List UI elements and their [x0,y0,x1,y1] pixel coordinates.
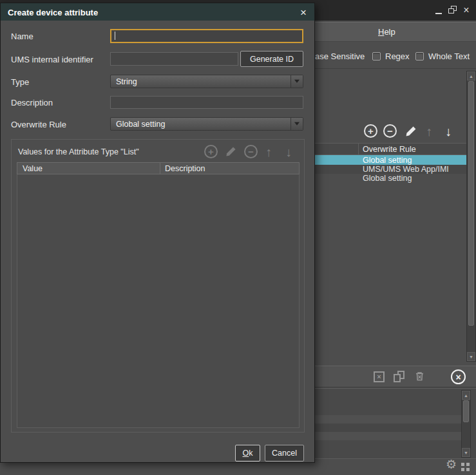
move-up-button: ↑ [426,125,432,138]
create-device-attribute-dialog: Create device attribute × Name UMS inter… [0,3,315,463]
ums-id-input[interactable] [110,52,238,66]
chevron-down-icon[interactable] [290,118,303,130]
overwrite-rule-select[interactable]: Global setting [110,117,303,131]
overwrite-rule-column-header[interactable]: Overwrite Rule [363,145,416,154]
name-label: Name [11,32,33,41]
description-label: Description [11,98,53,107]
regex-label: Regex [385,51,410,61]
case-sensitive-checkbox[interactable] [372,52,381,61]
whole-text-label: Whole Text [428,51,470,61]
type-select-value: String [116,77,137,86]
dialog-close-button[interactable]: × [300,6,307,17]
scroll-up-button[interactable]: ▲ [467,71,475,80]
values-groupbox: Values for the Attribute Type "List" + −… [11,139,305,433]
attribute-row-selected[interactable]: Global setting [315,155,466,165]
ok-button-label: Ok [243,449,253,458]
type-select[interactable]: String [110,75,303,88]
minimize-icon [435,13,442,14]
text-caret [115,32,115,40]
value-column-header[interactable]: Value [23,164,43,173]
values-table-header: Value Description [17,162,300,174]
lower-scrollbar[interactable]: ▲ ▼ [461,390,471,458]
remove-attribute-button[interactable]: − [383,124,397,138]
copy-icon-front [394,374,401,382]
add-attribute-button[interactable]: + [364,124,377,138]
caret-down-icon: ▼ [464,451,468,455]
caret-down-icon: ▼ [469,355,473,359]
move-down-button[interactable]: ↓ [445,125,452,138]
scroll-down-button[interactable]: ▼ [462,448,470,457]
settings-gear-icon[interactable]: ⚙ [446,458,457,470]
header-divider [160,163,160,174]
minimize-button[interactable] [433,5,444,15]
pencil-icon [225,145,237,158]
generate-id-button[interactable]: Generate ID [240,51,303,67]
screen: × Help ase Sensitive Regex Whole Text + … [0,0,476,475]
overwrite-rule-label: Overwrite Rule [11,120,66,129]
column-divider [358,144,359,154]
scroll-down-button[interactable]: ▼ [467,352,475,361]
move-value-down-icon: ↓ [285,145,292,158]
maximize-button[interactable] [447,5,459,15]
window-close-button[interactable]: × [460,4,473,17]
scrollbar-thumb[interactable] [463,400,469,422]
row-overwrite-rule: Global setting [363,156,412,165]
copy-icon [394,371,406,383]
main-scrollbar[interactable]: ▲ ▼ [466,71,476,362]
attribute-list-header: Overwrite Rule [315,143,466,155]
move-value-up-icon: ↑ [265,145,272,158]
restore-icon-front [448,8,454,14]
circled-close-button[interactable]: × [451,369,466,384]
caret-up-icon: ▲ [464,393,468,398]
add-value-icon: + [204,145,218,158]
values-table-body[interactable] [17,174,300,428]
clear-selection-icon: × [374,371,385,382]
description-column-header[interactable]: Description [165,164,205,173]
pencil-icon [405,125,417,138]
values-group-title: Values for the Attribute Type "List" [18,147,139,156]
caret-up-icon: ▲ [469,74,473,79]
edit-value-icon [225,145,237,158]
cancel-button[interactable]: Cancel [265,445,304,461]
panel-separator [314,68,476,69]
remove-value-icon: − [244,145,258,158]
cancel-button-label: Cancel [272,449,297,458]
lower-panel-row [314,415,461,424]
trash-icon [414,371,425,382]
grid-dot [461,468,464,471]
edit-attribute-button[interactable] [405,125,417,138]
case-sensitive-label: ase Sensitive [315,51,365,61]
help-button[interactable]: Help [378,27,395,37]
chevron-down-icon[interactable] [290,75,303,88]
ums-id-label: UMS internal identifier [11,55,93,64]
row-overwrite-rule: Global setting [363,174,412,183]
type-label: Type [11,77,29,87]
dialog-titlebar[interactable]: Create device attribute × [1,3,314,21]
description-input[interactable] [110,96,303,109]
dialog-title: Create device attribute [8,7,98,17]
lower-panel-row [314,424,461,432]
scroll-up-button[interactable]: ▲ [462,391,470,400]
grid-dot [466,463,470,466]
scrollbar-thumb[interactable] [468,81,474,326]
name-input[interactable] [110,29,303,43]
overwrite-rule-select-value: Global setting [116,120,165,129]
dots-grid-icon[interactable] [461,463,470,471]
grid-dot [461,463,464,466]
grid-dot [466,468,470,471]
attribute-row[interactable]: Global setting [315,174,466,183]
ok-button[interactable]: Ok [235,445,260,461]
regex-checkbox[interactable] [415,52,424,61]
row-overwrite-rule: UMS/UMS Web App/IMI [363,165,449,174]
lower-panel-row [314,432,461,440]
attribute-row[interactable]: UMS/UMS Web App/IMI [315,165,466,174]
